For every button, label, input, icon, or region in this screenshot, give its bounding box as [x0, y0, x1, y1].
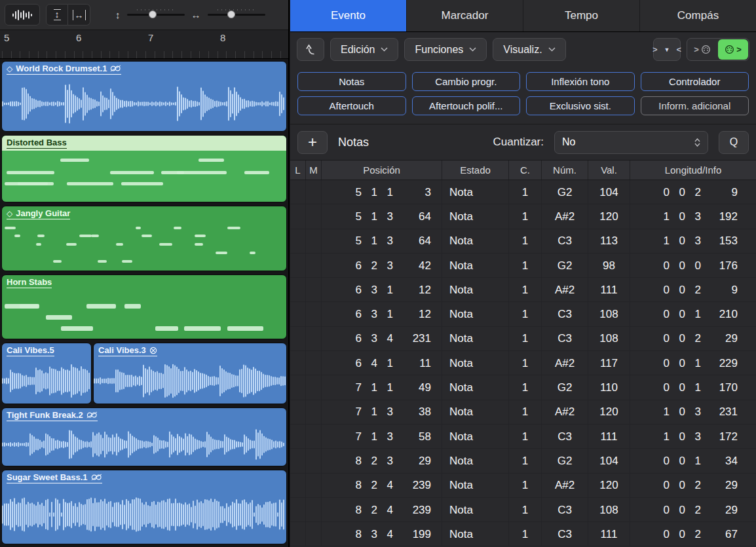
- event-row[interactable]: 5113Nota1G21040029: [290, 180, 756, 204]
- region-horn-stabs[interactable]: Horn Stabs: [1, 274, 287, 339]
- region-name: Cali Vibes.3: [98, 345, 146, 355]
- region-sugar-sweet-bass-1[interactable]: Sugar Sweet Bass.1: [1, 470, 287, 544]
- quantize-dropdown[interactable]: No: [554, 131, 708, 154]
- slider-thumb[interactable]: [227, 10, 235, 18]
- cell-position: 63112: [322, 302, 442, 326]
- functions-menu-label: Funciones: [415, 44, 463, 56]
- cell-num: A#2: [542, 351, 588, 375]
- cell-m: [306, 204, 322, 229]
- cell-num: G2: [542, 375, 588, 400]
- loop-badge-icon: [86, 411, 98, 419]
- event-row[interactable]: 71149Nota1G2110001170: [290, 375, 756, 400]
- region-cali-vibes-5[interactable]: Cali Vibes.5: [1, 343, 92, 404]
- filter-aftertouch-polif[interactable]: Aftertouch polif...: [412, 96, 521, 115]
- waveform-icon: [11, 9, 33, 21]
- column-header-posici-n[interactable]: Posición: [322, 160, 442, 179]
- go-to-position-button[interactable]: [297, 38, 324, 61]
- cell-position: 71358: [322, 424, 442, 449]
- horizontal-zoom-icon: ↔: [191, 9, 201, 20]
- ruler-ticks: [2, 51, 288, 58]
- midi-in-button[interactable]: >: [687, 39, 717, 60]
- track-lane: ◇Jangly Guitar: [1, 206, 287, 271]
- region-header: ◇World Rock Drumset.1: [2, 62, 286, 77]
- filter-notas[interactable]: Notas: [297, 72, 406, 91]
- event-row[interactable]: 834199Nota1C311100267: [290, 522, 756, 546]
- tab-evento[interactable]: Evento: [290, 0, 407, 31]
- event-row[interactable]: 64111Nota1A#2117001229: [290, 351, 756, 375]
- region-cali-vibes-3[interactable]: Cali Vibes.3: [93, 343, 287, 404]
- vertical-zoom-slider[interactable]: [127, 14, 185, 16]
- cell-val: 110: [588, 375, 630, 400]
- filter-controlador[interactable]: Controlador: [641, 72, 749, 91]
- cell-num: C3: [542, 302, 588, 326]
- cell-m: [306, 327, 322, 351]
- region-jangly-guitar[interactable]: ◇Jangly Guitar: [1, 206, 287, 271]
- event-row[interactable]: 63112Nota1A#21110029: [290, 278, 756, 302]
- vertical-auto-zoom-button[interactable]: ↕: [46, 4, 68, 26]
- event-row[interactable]: 824239Nota1A#212000229: [290, 474, 756, 498]
- tab-marcador[interactable]: Marcador: [407, 0, 523, 31]
- filter-inform-adicional[interactable]: Inform. adicional: [641, 96, 749, 115]
- event-row[interactable]: 71338Nota1A#2120103231: [290, 400, 756, 424]
- column-header-val[interactable]: Val.: [588, 160, 630, 179]
- cell-canal: 1: [509, 204, 542, 229]
- horizontal-auto-zoom-button[interactable]: ↔: [68, 4, 90, 26]
- filter-inflexi-n-tono[interactable]: Inflexión tono: [526, 72, 635, 91]
- tab-tempo[interactable]: Tempo: [523, 0, 640, 31]
- event-row[interactable]: 51364Nota1C3113103153: [290, 229, 756, 254]
- cell-estado: Nota: [442, 229, 509, 254]
- event-row[interactable]: 51364Nota1A#2120103192: [290, 204, 756, 229]
- quantize-apply-button[interactable]: Q: [719, 131, 749, 154]
- event-filter-button[interactable]: >▼<: [653, 38, 681, 61]
- event-row[interactable]: 634231Nota1C310800229: [290, 327, 756, 351]
- filter-aftertouch[interactable]: Aftertouch: [297, 96, 406, 115]
- region-distorted-bass[interactable]: Distorted Bass: [1, 135, 287, 202]
- ruler-bar-number: 7: [148, 32, 153, 43]
- filter-exclusivo-sist[interactable]: Exclusivo sist.: [526, 96, 635, 115]
- event-type-filters: NotasCambio progr.Inflexión tonoControla…: [290, 67, 756, 124]
- column-header-m[interactable]: M: [306, 160, 322, 179]
- column-header-longitud-info[interactable]: Longitud/Info: [630, 160, 756, 179]
- column-header-l[interactable]: L: [290, 160, 306, 179]
- column-header-n-m[interactable]: Núm.: [542, 160, 588, 179]
- waveform-zoom-button[interactable]: [5, 4, 40, 26]
- region-name: Horn Stabs: [7, 277, 52, 287]
- event-row[interactable]: 62342Nota1G298000176: [290, 254, 756, 278]
- column-header-estado[interactable]: Estado: [442, 160, 509, 179]
- cell-m: [306, 498, 322, 522]
- cell-m: [306, 351, 322, 375]
- event-type-title: Notas: [338, 136, 369, 149]
- event-row[interactable]: 71358Nota1C3111103172: [290, 424, 756, 449]
- cell-length: 103172: [630, 424, 756, 449]
- cell-length: 00267: [630, 522, 756, 546]
- event-row[interactable]: 824239Nota1C310800229: [290, 498, 756, 522]
- horizontal-zoom-slider[interactable]: [208, 14, 265, 16]
- midi-notes-thumbnail: [2, 151, 286, 202]
- cell-estado: Nota: [442, 254, 509, 278]
- cell-estado: Nota: [442, 375, 509, 400]
- tab-comp-s[interactable]: Compás: [640, 0, 756, 31]
- view-menu-button[interactable]: Visualiz.: [493, 38, 565, 61]
- filter-cambio-progr[interactable]: Cambio progr.: [412, 72, 521, 91]
- edit-menu-button[interactable]: Edición: [330, 38, 398, 61]
- cell-num: C3: [542, 229, 588, 254]
- functions-menu-button[interactable]: Funciones: [404, 38, 487, 61]
- event-row[interactable]: 82329Nota1G210400134: [290, 449, 756, 473]
- cell-val: 108: [588, 327, 630, 351]
- midi-out-button[interactable]: >: [718, 39, 748, 60]
- column-header-c[interactable]: C.: [509, 160, 542, 179]
- region-world-rock-drumset-1[interactable]: ◇World Rock Drumset.1: [1, 61, 287, 132]
- cell-position: 824239: [322, 474, 442, 498]
- slider-thumb[interactable]: [149, 10, 157, 18]
- bar-ruler[interactable]: 5678: [0, 30, 288, 59]
- add-event-button[interactable]: +: [297, 131, 328, 154]
- event-list-panel: EventoMarcadorTempoCompás Edición Funcio…: [290, 0, 756, 547]
- region-header: Cali Vibes.3: [94, 343, 286, 358]
- cell-m: [306, 449, 322, 473]
- midi-in-out-group: >: [687, 38, 749, 61]
- logic-pro-window: ↕ ↔ ↕ ↔ 5678 ◇World Rock Drumset.1Distor…: [0, 0, 756, 547]
- event-row[interactable]: 63112Nota1C3108001210: [290, 302, 756, 326]
- editor-tabs: EventoMarcadorTempoCompás: [290, 0, 756, 32]
- region-tight-funk-break-2[interactable]: Tight Funk Break.2: [1, 407, 287, 466]
- cell-canal: 1: [509, 424, 542, 449]
